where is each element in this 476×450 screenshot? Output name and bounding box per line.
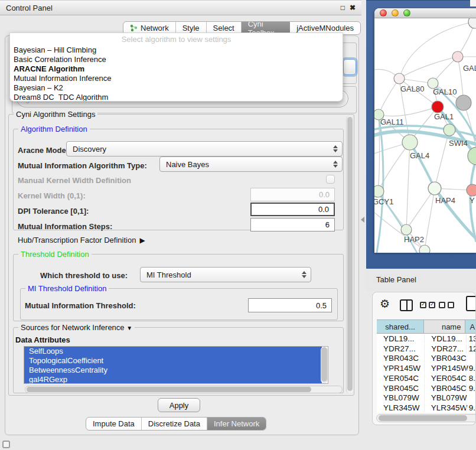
column-header-shared-name[interactable]: shared...: [377, 320, 424, 333]
dpi-tolerance-value: 0.0: [318, 205, 329, 214]
network-node[interactable]: [374, 185, 384, 197]
data-attribute-item[interactable]: TopologicalCoefficient: [24, 356, 322, 366]
network-node[interactable]: [452, 51, 463, 62]
tab-impute-data[interactable]: Impute Data: [86, 418, 142, 430]
tab-network-label: Network: [141, 24, 169, 32]
network-node[interactable]: [432, 101, 444, 113]
data-attribute-item[interactable]: SelfLoops: [24, 347, 322, 356]
hub-definition-label: Hub/Transcription Factor Definition: [18, 236, 136, 244]
select-all-columns-icon[interactable]: [420, 302, 435, 308]
network-node[interactable]: [401, 224, 412, 235]
algorithm-option[interactable]: Bayesian – K2: [10, 83, 343, 93]
data-attribute-item[interactable]: BetweennessCentrality: [24, 366, 322, 375]
algorithm-combo-focus-button[interactable]: [343, 59, 356, 75]
network-node[interactable]: [402, 135, 418, 150]
kernel-width-field[interactable]: 0.0: [250, 188, 335, 201]
data-attribute-item[interactable]: gal4RGexp: [24, 375, 322, 384]
data-attributes-list[interactable]: SelfLoopsTopologicalCoefficientBetweenne…: [24, 346, 328, 384]
network-node[interactable]: [394, 73, 405, 84]
network-edge[interactable]: [425, 188, 435, 250]
manual-kernel-checkbox[interactable]: [326, 175, 335, 184]
network-edge[interactable]: [377, 116, 383, 253]
network-node[interactable]: [468, 147, 476, 165]
network-node[interactable]: [467, 184, 476, 196]
kernel-width-value: 0.0: [319, 190, 330, 199]
combo-spinner-icon: [302, 271, 307, 278]
which-threshold-value: MI Threshold: [146, 270, 191, 279]
cell-name: YLR345W: [424, 403, 466, 412]
network-node-label: GAL1: [434, 112, 454, 121]
deselect-all-columns-icon[interactable]: [439, 302, 454, 308]
tab-infer-network[interactable]: Infer Network: [207, 418, 266, 430]
table-row[interactable]: YDL19... YDL19... 13: [377, 334, 476, 344]
algorithm-option[interactable]: Mutual Information Inference: [10, 74, 343, 83]
table-row[interactable]: YBL079W YBL079W: [377, 393, 476, 403]
mi-threshold-field[interactable]: 0.5: [248, 298, 332, 312]
network-window-titlebar[interactable]: [374, 8, 476, 18]
unchecked-box-icon: [448, 302, 454, 308]
table-body: YDL19... YDL19... 13 YDR27... YDR27... 1…: [377, 334, 476, 413]
collapse-arrow-icon[interactable]: ▼: [126, 325, 132, 331]
network-node[interactable]: [419, 245, 430, 253]
attributes-vertical-scrollbar[interactable]: [321, 347, 328, 383]
table-row[interactable]: YDR27... YDR27... 12: [377, 344, 476, 354]
network-canvas[interactable]: GALGAL80GAL10GAL1GAL11SWI4GAL4GCY1HAP4YH…: [374, 18, 476, 253]
table-row[interactable]: YBR045C YBR045C 9.: [377, 383, 476, 393]
table-row[interactable]: YPR145W YPR145W 9.: [377, 363, 476, 373]
cell-name: YBR045C: [424, 384, 466, 393]
network-node[interactable]: [468, 18, 476, 28]
aracne-mode-label: Aracne Mode:: [18, 146, 69, 155]
algorithm-option[interactable]: ARACNE Algorithm: [10, 64, 343, 74]
splitter-collapse-icon[interactable]: [361, 217, 364, 223]
checked-box-icon: [420, 302, 426, 308]
algorithm-option[interactable]: Bayesian – Hill Climbing: [10, 45, 343, 55]
table-row[interactable]: YBR043C YBR043C: [377, 354, 476, 364]
cell-shared-name: YBR045C: [377, 384, 424, 393]
mi-type-combo[interactable]: Naive Bayes: [159, 156, 343, 172]
split-columns-icon[interactable]: [400, 299, 413, 311]
network-node[interactable]: [456, 95, 471, 110]
new-table-icon[interactable]: [466, 296, 476, 311]
minimize-traffic-light-icon[interactable]: [392, 9, 399, 17]
float-panel-icon[interactable]: □: [341, 4, 345, 12]
group-title-sources: Sources for Network Inference ▼: [18, 323, 135, 332]
column-header-name[interactable]: name: [424, 320, 465, 333]
column-header-partial[interactable]: A: [465, 320, 476, 333]
which-threshold-combo[interactable]: MI Threshold: [140, 267, 311, 282]
apply-button-label: Apply: [169, 401, 189, 410]
cell-value: 9.: [466, 384, 476, 393]
network-edge[interactable]: [379, 107, 438, 116]
control-panel-titlebar: Control Panel □ ✖: [0, 0, 361, 15]
network-edge[interactable]: [379, 79, 399, 115]
tab-discretize-data[interactable]: Discretize Data: [142, 418, 207, 430]
mi-steps-field[interactable]: 6: [250, 218, 335, 231]
cell-value: 8.: [466, 374, 476, 383]
network-edge[interactable]: [406, 188, 435, 230]
zoom-traffic-light-icon[interactable]: [403, 9, 410, 17]
hub-definition-expander[interactable]: Hub/Transcription Factor Definition▶: [18, 236, 145, 244]
settings-vertical-scrollbar[interactable]: [346, 116, 353, 393]
close-traffic-light-icon[interactable]: [380, 9, 387, 17]
network-node[interactable]: [444, 124, 455, 136]
apply-button[interactable]: Apply: [158, 398, 200, 412]
close-panel-icon[interactable]: ✖: [350, 4, 356, 12]
network-node-label: GAL80: [400, 84, 424, 93]
network-node-label: GAL: [463, 64, 476, 73]
algorithm-option[interactable]: Basic Correlation Inference: [10, 55, 343, 64]
aracne-mode-combo[interactable]: Discovery: [66, 141, 343, 156]
table-header-row: shared... name A: [377, 319, 476, 334]
gear-icon[interactable]: ⚙: [380, 297, 390, 311]
network-node[interactable]: [428, 182, 441, 195]
algorithm-option[interactable]: Dream8 DC_TDC Algorithm: [10, 93, 343, 102]
which-threshold-label: Which threshold to use:: [40, 271, 128, 280]
expand-arrow-icon[interactable]: ▶: [139, 236, 145, 244]
table-horizontal-scrollbar[interactable]: [376, 414, 476, 422]
cell-value: 9.: [466, 403, 476, 412]
dpi-tolerance-field[interactable]: 0.0: [250, 203, 335, 216]
mi-steps-label: Mutual Information Steps:: [18, 222, 112, 231]
cell-shared-name: YPR145W: [377, 364, 424, 373]
table-row[interactable]: YER054C YER054C 8.: [377, 373, 476, 383]
table-row[interactable]: YLR345W YLR345W 9.: [377, 403, 476, 413]
settings-horizontal-scrollbar[interactable]: [25, 386, 343, 393]
mini-window-icon[interactable]: [2, 441, 10, 448]
